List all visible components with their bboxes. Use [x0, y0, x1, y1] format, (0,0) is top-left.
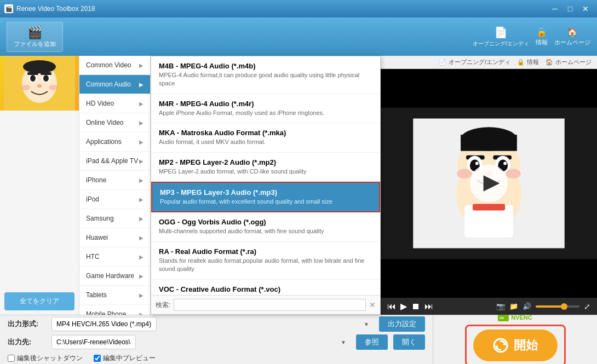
svg-rect-16 [473, 204, 505, 211]
preview-label: 編集中プレビュー [103, 354, 156, 363]
format-voc[interactable]: VOC - Creative Audio Format (*.voc) Audi… [151, 280, 380, 295]
menu-item-mobile-phone[interactable]: Mobile Phone ▶ [79, 305, 150, 315]
chevron-right-icon: ▶ [139, 311, 143, 315]
chevron-right-icon: ▶ [139, 216, 143, 222]
start-area: nv NVENC 開始 [433, 315, 597, 364]
skip-forward-button[interactable]: ⏭ [424, 302, 433, 311]
expand-button[interactable]: ⤢ [584, 302, 590, 311]
output-dest-label: 出力先: [8, 337, 46, 347]
svg-point-27 [457, 169, 472, 178]
chevron-right-icon: ▶ [139, 62, 143, 68]
info-button[interactable]: 🔒 情報 [536, 27, 548, 47]
chevron-right-icon: ▶ [139, 235, 143, 241]
start-button[interactable]: 開始 [473, 330, 558, 361]
search-input[interactable] [174, 299, 366, 311]
svg-point-4 [30, 75, 36, 82]
main-toolbar: 🎬 ファイルを追加 📄 オープニング/エンディ 🔒 情報 🏠 ホームページ [0, 18, 597, 56]
start-button-container: 開始 [465, 325, 566, 365]
nvenc-label: NVENC [511, 314, 532, 321]
info-top-button[interactable]: 🔒 情報 [517, 58, 539, 66]
app-title: Renee Video Toolbox 2018 [16, 5, 548, 13]
file-thumbnail [0, 56, 79, 111]
menu-item-common-audio[interactable]: Common Audio ▶ [79, 75, 150, 94]
format-ogg[interactable]: OGG - Ogg Vorbis Audio (*.ogg) Multi-cha… [151, 212, 380, 241]
start-label: 開始 [514, 337, 538, 354]
menu-item-ipad[interactable]: iPad && Apple TV ▶ [79, 152, 150, 171]
right-panel: 📄 オープニング/エンディ 🔒 情報 🏠 ホームページ [381, 56, 597, 315]
svg-point-5 [43, 75, 49, 82]
output-format-row: 出力形式: MP4 HEVC/H.265 Video (*.mp4) 出力設定 [8, 316, 425, 332]
titlebar: 🎬 Renee Video Toolbox 2018 ─ □ ✕ [0, 0, 597, 18]
folder-button[interactable]: 📁 [509, 302, 518, 310]
skip-back-button[interactable]: ⏮ [387, 302, 396, 311]
chevron-right-icon: ▶ [139, 120, 143, 126]
add-file-button[interactable]: 🎬 ファイルを追加 [7, 22, 63, 52]
volume-button[interactable]: 🔊 [523, 302, 531, 310]
output-format-select-wrap: MP4 HEVC/H.265 Video (*.mp4) [51, 317, 374, 331]
output-dest-select-wrap: C:\Users\F-renee\Videos\ [51, 335, 351, 349]
output-format-select[interactable]: MP4 HEVC/H.265 Video (*.mp4) [51, 317, 157, 331]
home-button[interactable]: 🏠 ホームページ [554, 27, 590, 47]
chevron-right-icon: ▶ [139, 197, 143, 203]
volume-slider[interactable] [536, 305, 579, 308]
close-button[interactable]: ✕ [578, 3, 593, 14]
format-list[interactable]: M4B - MPEG-4 Audio (*.m4b) MPEG-4 Audio … [151, 56, 380, 295]
svg-point-8 [37, 84, 42, 88]
chevron-right-icon: ▶ [139, 254, 143, 260]
search-clear-button[interactable]: ✕ [369, 301, 376, 309]
bottom-area: 出力形式: MP4 HEVC/H.265 Video (*.mp4) 出力設定 … [0, 315, 597, 364]
format-mp3[interactable]: MP3 - MPEG Layer-3 Audio (*.mp3) Popular… [151, 182, 380, 212]
menu-item-hd-video[interactable]: HD Video ▶ [79, 94, 150, 113]
menu-item-huawei[interactable]: Huawei ▶ [79, 228, 150, 247]
minimize-button[interactable]: ─ [548, 3, 562, 14]
menu-item-ipod[interactable]: iPod ▶ [79, 190, 150, 209]
maximize-button[interactable]: □ [563, 3, 577, 14]
video-top-bar: 📄 オープニング/エンディ 🔒 情報 🏠 ホームページ [381, 56, 597, 69]
video-controls: ⏮ ▶ ⏹ ⏭ 📷 📁 🔊 ⤢ [381, 298, 597, 315]
bottom-checkboxes: 編集後シャットダウン 編集中プレビュー [8, 354, 425, 363]
output-settings-button[interactable]: 出力設定 [379, 316, 425, 332]
format-m4r[interactable]: M4R - MPEG-4 Audio (*.m4r) Apple iPhone … [151, 94, 380, 123]
home-icon: 🏠 [546, 59, 553, 66]
menu-item-common-video[interactable]: Common Video ▶ [79, 56, 150, 75]
preview-checkbox[interactable] [94, 355, 101, 362]
play-button[interactable]: ▶ [400, 301, 407, 311]
stop-button[interactable]: ⏹ [411, 302, 420, 311]
browse-button[interactable]: 参照 [356, 334, 388, 350]
svg-rect-30 [461, 135, 517, 151]
search-label: 検索: [156, 301, 170, 310]
opening-top-button[interactable]: 📄 オープニング/エンディ [439, 58, 510, 66]
format-mp2[interactable]: MP2 - MPEG Layer-2 Audio (*.mp2) MPEG La… [151, 153, 380, 182]
svg-text:nv: nv [500, 316, 504, 320]
chevron-right-icon: ▶ [139, 101, 143, 107]
shutdown-checkbox[interactable] [8, 355, 15, 362]
output-settings: 出力形式: MP4 HEVC/H.265 Video (*.mp4) 出力設定 … [0, 315, 433, 364]
clear-all-button[interactable]: 全てをクリア [4, 292, 74, 310]
home-top-button[interactable]: 🏠 ホームページ [546, 58, 592, 66]
window-controls: ─ □ ✕ [548, 3, 593, 14]
chevron-right-icon: ▶ [139, 139, 143, 145]
chevron-right-icon: ▶ [139, 292, 143, 298]
open-button[interactable]: 開く [393, 334, 425, 350]
menu-item-game-hardware[interactable]: Game Hardware ▶ [79, 267, 150, 286]
output-dest-select[interactable]: C:\Users\F-renee\Videos\ [51, 335, 136, 349]
format-m4b[interactable]: M4B - MPEG-4 Audio (*.m4b) MPEG-4 Audio … [151, 56, 380, 94]
format-dropdown: M4B - MPEG-4 Audio (*.m4b) MPEG-4 Audio … [151, 56, 381, 315]
menu-item-applications[interactable]: Applications ▶ [79, 132, 150, 152]
svg-point-25 [503, 162, 507, 165]
shutdown-checkbox-label[interactable]: 編集後シャットダウン [8, 354, 83, 363]
menu-item-iphone[interactable]: iPhone ▶ [79, 171, 150, 190]
output-dest-row: 出力先: C:\Users\F-renee\Videos\ 参照 開く [8, 334, 425, 350]
menu-item-samsung[interactable]: Samsung ▶ [79, 209, 150, 228]
opening-button[interactable]: 📄 オープニング/エンディ [473, 26, 529, 48]
camera-button[interactable]: 📷 [496, 302, 505, 310]
video-player [381, 69, 597, 298]
menu-item-htc[interactable]: HTC ▶ [79, 247, 150, 267]
menu-item-tablets[interactable]: Tablets ▶ [79, 286, 150, 305]
left-panel: 全てをクリア [0, 56, 79, 315]
preview-checkbox-label[interactable]: 編集中プレビュー [94, 354, 156, 363]
format-ra[interactable]: RA - Real Audio Format (*.ra) Stands for… [151, 242, 380, 280]
thumbnail-image [0, 56, 79, 111]
format-mka[interactable]: MKA - Matroska Audio Format (*.mka) Audi… [151, 123, 380, 152]
menu-item-online-video[interactable]: Online Video ▶ [79, 113, 150, 132]
